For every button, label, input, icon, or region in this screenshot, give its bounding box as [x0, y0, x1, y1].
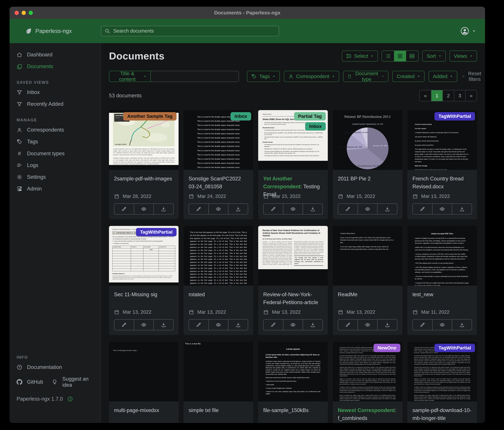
title-content-dropdown[interactable]: Title & content: [109, 71, 151, 82]
sidebar-item-github[interactable]: GitHub: [9, 376, 45, 388]
document-thumbnail[interactable]: This is a test for the double space char…: [184, 110, 253, 170]
document-thumbnail[interactable]: Lorem ipsum dolor sit amet, consectetur …: [333, 342, 402, 402]
view-button[interactable]: [432, 204, 452, 214]
document-thumbnail[interactable]: This is a multi page document. Page 1.: [109, 342, 179, 402]
document-title[interactable]: sample-pdf-download-10-mb-longer-title: [413, 406, 472, 422]
sidebar-item-documents[interactable]: Documents: [9, 61, 101, 72]
sidebar-item-recently-added[interactable]: Recently Added: [9, 98, 101, 110]
tag-chip[interactable]: TagWithPartial: [434, 344, 475, 352]
document-thumbnail[interactable]: Application for Medical Staff Members — …: [109, 226, 179, 286]
search-input[interactable]: [113, 28, 275, 34]
view-button[interactable]: [432, 319, 452, 330]
sidebar-item-admin[interactable]: Admin: [9, 183, 101, 195]
document-thumbnail[interactable]: This is the text that appears on the fir…: [184, 226, 253, 286]
pagination-next[interactable]: »: [465, 90, 477, 101]
sidebar-item-settings[interactable]: Settings: [9, 171, 101, 183]
document-thumbnail[interactable]: Patient BP Distribution 2011Normal, 150,…: [333, 110, 402, 170]
tag-chip[interactable]: Another Sample Tag: [123, 112, 177, 121]
edit-button[interactable]: [189, 204, 208, 214]
document-thumbnail[interactable]: Boundary Waters TripLegendGoogle EarthCu…: [109, 110, 179, 170]
download-button[interactable]: [377, 319, 397, 330]
view-button[interactable]: [358, 319, 378, 330]
document-title[interactable]: multi-page-mixedxx: [114, 406, 173, 414]
document-title[interactable]: Sonstige ScanPC2022 03-24_081058: [189, 175, 248, 190]
select-button[interactable]: Select: [342, 50, 378, 62]
grid-view-button[interactable]: [394, 51, 406, 61]
download-button[interactable]: [228, 204, 248, 214]
detail-view-button[interactable]: [406, 51, 418, 61]
tag-chip[interactable]: NewOne: [374, 344, 400, 352]
view-button[interactable]: [208, 319, 228, 330]
pagination-page-2[interactable]: 2: [442, 90, 454, 101]
document-title[interactable]: French Country Bread Revised.docx: [413, 175, 472, 190]
tag-chip[interactable]: TagWithPartial: [434, 112, 475, 121]
view-button[interactable]: [134, 204, 153, 214]
added-filter-button[interactable]: Added: [429, 71, 457, 82]
list-view-button[interactable]: [382, 51, 394, 61]
document-thumbnail[interactable]: Contact Sheet DemoGiven a set of image f…: [333, 226, 402, 286]
sidebar-item-tags[interactable]: Tags: [9, 136, 101, 148]
sort-button[interactable]: Sort: [422, 50, 446, 62]
download-button[interactable]: [303, 204, 323, 214]
document-title[interactable]: 2sample-pdf-with-images: [114, 175, 173, 183]
document-title[interactable]: Review-of-New-York-Federal-Petitions-art…: [263, 291, 323, 306]
minimize-window-button[interactable]: [22, 11, 26, 15]
download-button[interactable]: [452, 319, 472, 330]
document-title[interactable]: file-sample_150kBs: [263, 406, 323, 414]
sidebar-item-inbox[interactable]: Inbox: [9, 86, 101, 98]
view-button[interactable]: [358, 204, 378, 214]
download-button[interactable]: [228, 319, 248, 330]
download-button[interactable]: [153, 319, 173, 330]
download-button[interactable]: [377, 204, 397, 214]
zoom-window-button[interactable]: [29, 11, 33, 15]
sidebar-item-suggest-an-idea[interactable]: Suggest an idea: [45, 373, 101, 391]
download-button[interactable]: [153, 204, 173, 214]
download-button[interactable]: [452, 204, 472, 214]
sidebar-item-documentation[interactable]: Documentation: [9, 361, 101, 373]
views-button[interactable]: Views: [450, 50, 477, 62]
edit-button[interactable]: [264, 204, 283, 214]
document-title[interactable]: Sec 11-Missing sig: [114, 291, 173, 299]
reset-filters-button[interactable]: Reset filters: [461, 71, 483, 82]
document-title[interactable]: rotated: [189, 291, 248, 299]
document-thumbnail[interactable]: Review of New York Federal Petitions for…: [258, 226, 328, 286]
document-correspondent[interactable]: Yet Another Correspondent: [263, 176, 300, 189]
sidebar-item-logs[interactable]: Logs: [9, 159, 101, 171]
document-thumbnail[interactable]: French Country BreadFor the Leaven1 heap…: [407, 110, 477, 170]
tag-chip[interactable]: Inbox: [231, 112, 251, 121]
edit-button[interactable]: [413, 319, 432, 330]
document-thumbnail[interactable]: This is a test file.: [184, 342, 253, 402]
document-title[interactable]: 2011 BP Pie 2: [338, 175, 397, 183]
document-thumbnail[interactable]: Adobe Acrobat PDF FilesAdobe® Portable D…: [407, 226, 477, 286]
view-button[interactable]: [283, 204, 303, 214]
edit-button[interactable]: [189, 319, 208, 330]
document-correspondent[interactable]: Newest Correspondent: [338, 407, 395, 413]
close-window-button[interactable]: [15, 11, 19, 15]
view-button[interactable]: [283, 319, 303, 330]
view-button[interactable]: [134, 319, 153, 330]
document-type-filter-button[interactable]: Document type: [343, 71, 388, 82]
brand[interactable]: Paperless-ngx: [9, 28, 101, 35]
pagination-page-3[interactable]: 3: [454, 90, 465, 101]
tag-chip[interactable]: TagWithPartial: [136, 228, 177, 236]
tag-chip[interactable]: Partial Tag: [294, 112, 326, 121]
document-title[interactable]: simple txt file: [189, 406, 248, 414]
edit-button[interactable]: [338, 319, 358, 330]
info-icon[interactable]: [67, 396, 73, 402]
view-button[interactable]: [208, 204, 228, 214]
pagination-page-1[interactable]: 1: [431, 90, 442, 101]
document-thumbnail[interactable]: Lorem ipsum dolor sit amet, consectetur …: [407, 342, 477, 402]
correspondent-filter-button[interactable]: Correspondent: [284, 71, 339, 82]
edit-button[interactable]: [264, 319, 283, 330]
download-button[interactable]: [303, 319, 323, 330]
sidebar-item-document-types[interactable]: #Document types: [9, 148, 101, 159]
search-box[interactable]: [101, 26, 279, 36]
tags-filter-button[interactable]: Tags: [247, 71, 280, 82]
document-thumbnail[interactable]: Release NotesSimba ODBC Driver for SQL S…: [258, 110, 328, 170]
tag-chip[interactable]: Inbox: [305, 122, 326, 131]
pagination-prev[interactable]: «: [420, 90, 431, 101]
edit-button[interactable]: [114, 204, 134, 214]
sidebar-item-correspondents[interactable]: Correspondents: [9, 124, 101, 136]
edit-button[interactable]: [413, 204, 432, 214]
document-title[interactable]: ReadMe: [338, 291, 397, 299]
